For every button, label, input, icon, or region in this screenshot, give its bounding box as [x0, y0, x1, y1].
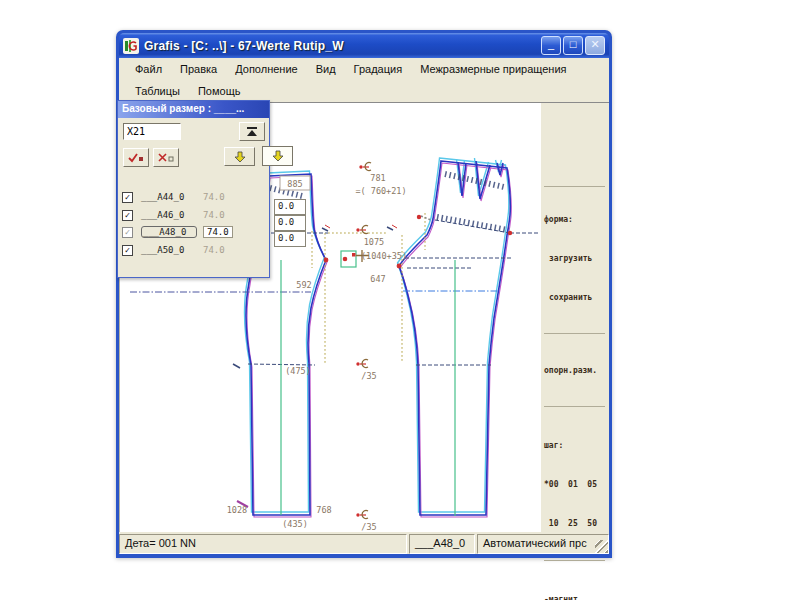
- maximize-button[interactable]: □: [563, 36, 583, 55]
- measurement-label: 768: [316, 505, 331, 515]
- size-value: 74.0: [203, 245, 225, 255]
- panel-titlebar[interactable]: Базовый размер : ____...: [118, 101, 269, 118]
- dash-dot-lines: [130, 291, 498, 292]
- collapse-button[interactable]: [239, 122, 265, 141]
- minimize-button[interactable]: _: [541, 36, 561, 55]
- delta-field[interactable]: 0.0: [274, 199, 306, 215]
- measurement-label: 781: [370, 173, 385, 183]
- resize-grip[interactable]: [595, 540, 608, 553]
- menu-help[interactable]: Помощь: [190, 82, 249, 100]
- divider: [544, 406, 605, 407]
- check-icon: [128, 152, 144, 163]
- hook-markers: [356, 163, 371, 519]
- status-size: ___A48_0: [409, 534, 475, 554]
- anchor-dots: [324, 215, 511, 267]
- maximize-icon: □: [564, 36, 582, 53]
- size-label[interactable]: ___A50_0: [141, 245, 197, 255]
- sidebar-item-step-row2[interactable]: 10 25 50: [544, 517, 607, 530]
- menu-view[interactable]: Вид: [308, 60, 344, 78]
- divider: [544, 186, 605, 187]
- close-button[interactable]: ✕: [585, 36, 605, 55]
- measurement-label: 1028: [227, 505, 247, 515]
- measurement-label: (1040+35): [361, 251, 407, 261]
- measurement-label: (475): [285, 366, 311, 376]
- app-logo-icon: [123, 38, 139, 54]
- sidebar-item-ref-sizes[interactable]: опорн.разм.: [544, 364, 607, 377]
- size-value: 74.0: [203, 210, 225, 220]
- divider: [544, 333, 605, 334]
- delta-field[interactable]: 0.0: [274, 231, 306, 247]
- measurement-label: =( 760+21): [355, 186, 406, 196]
- menu-file[interactable]: Файл: [127, 60, 170, 78]
- checkbox-checked[interactable]: ✓: [122, 192, 133, 203]
- size-row-a46[interactable]: ✓ ___A46_0 74.0: [122, 207, 267, 223]
- apply-button[interactable]: [123, 148, 149, 167]
- menubar: Файл Правка Дополнение Вид Градация Межр…: [119, 58, 609, 102]
- size-code-input[interactable]: [123, 123, 181, 140]
- command-sidebar: форма: загрузить сохранить опорн.разм. ш…: [541, 102, 609, 532]
- discard-button[interactable]: [153, 148, 179, 167]
- size-row-a48-base[interactable]: ✓ ___A48_0 74.0: [122, 224, 267, 240]
- menu-extras[interactable]: Дополнение: [227, 60, 305, 78]
- statusbar: Дета= 001 NN ___A48_0 Автоматический прс: [119, 532, 609, 554]
- apply-down-button[interactable]: [224, 147, 255, 166]
- sidebar-item-magnet[interactable]: -магнит: [544, 593, 607, 600]
- checkbox-checked[interactable]: ✓: [122, 210, 133, 221]
- measurement-label: 647: [370, 274, 385, 284]
- menu-tables[interactable]: Таблицы: [127, 82, 188, 100]
- measurement-label: /35: [361, 371, 376, 381]
- sidebar-item-save[interactable]: сохранить: [544, 291, 607, 304]
- apply-down-alt-button[interactable]: [262, 146, 293, 166]
- sidebar-header-step: шаг:: [544, 439, 607, 452]
- measurement-label: 885: [287, 179, 302, 189]
- base-size-panel: Базовый размер : ____...: [117, 100, 270, 278]
- delta-field[interactable]: 0.0: [274, 215, 306, 231]
- size-row-a44[interactable]: ✓ ___A44_0 74.0: [122, 189, 267, 205]
- sidebar-item-step-row1[interactable]: *00 01 05: [544, 478, 607, 491]
- measurement-label: 1075: [364, 237, 384, 247]
- size-value: 74.0: [203, 192, 225, 202]
- measurement-label: /35: [361, 522, 376, 532]
- sidebar-item-load[interactable]: загрузить: [544, 252, 607, 265]
- titlebar[interactable]: Grafis - [C: ..\] - 67-Werte Rutip_W _ □…: [119, 33, 609, 58]
- size-row-a50[interactable]: ✓ ___A50_0 74.0: [122, 242, 267, 258]
- size-label[interactable]: ___A46_0: [141, 210, 197, 220]
- size-value-input[interactable]: 74.0: [203, 226, 233, 238]
- yellow-down-arrow-icon: [272, 150, 284, 162]
- status-mode: Автоматический прс: [477, 534, 609, 554]
- size-label[interactable]: ___A48_0: [141, 226, 197, 238]
- menu-edit[interactable]: Правка: [172, 60, 225, 78]
- menu-size-increments[interactable]: Межразмерные приращения: [412, 60, 574, 78]
- menu-grading[interactable]: Градация: [346, 60, 411, 78]
- window-title: Grafis - [C: ..\] - 67-Werte Rutip_W: [144, 39, 536, 53]
- minimize-icon: _: [542, 36, 560, 53]
- status-detail: Дета= 001 NN: [119, 534, 407, 554]
- collapse-icon: [246, 127, 258, 137]
- status-mode-text: Автоматический прс: [483, 537, 587, 549]
- checkbox-checked-disabled: ✓: [122, 227, 133, 238]
- close-icon: ✕: [586, 36, 604, 53]
- checkbox-checked[interactable]: ✓: [122, 245, 133, 256]
- measurement-label: 592: [296, 280, 311, 290]
- size-label[interactable]: ___A44_0: [141, 192, 197, 202]
- sidebar-header-form: форма:: [544, 213, 607, 226]
- helper-lines: [312, 213, 425, 364]
- cancel-icon: [158, 152, 174, 163]
- measurement-label: (435): [282, 519, 308, 529]
- desktop: Grafis - [C: ..\] - 67-Werte Rutip_W _ □…: [0, 0, 800, 600]
- yellow-down-arrow-icon: [234, 151, 246, 163]
- divider: [544, 560, 605, 561]
